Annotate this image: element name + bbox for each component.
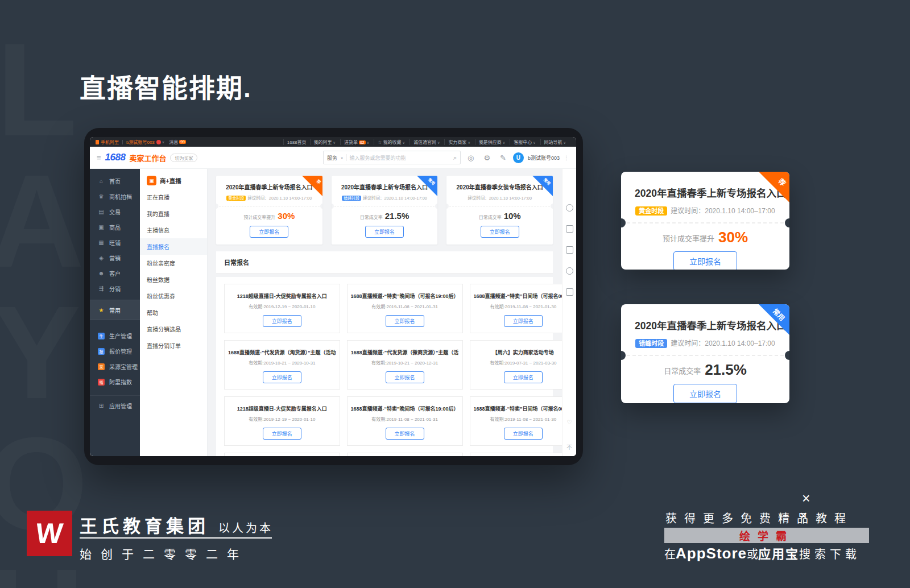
topbar-menu-service-center[interactable]: 客服中心∨: [510, 139, 540, 145]
signup-button[interactable]: 立即报名: [386, 371, 424, 383]
edit-icon[interactable]: ✎: [500, 154, 506, 162]
ribbon-common: 常用: [759, 304, 789, 335]
switch-to-buyer-button[interactable]: 切为买家: [170, 154, 197, 162]
promo-card: 常用 2020年直播春季女装专场报名入口 建议时间：2020.1.10 14:0…: [446, 176, 553, 245]
promo-card: 常用 2020年直播春季上新专场报名入口 错峰时段建议时间：2020.1.10 …: [332, 176, 438, 245]
header-account-name[interactable]: b测试账号003: [528, 154, 560, 162]
sidebar-item-trade[interactable]: ▤交易: [90, 204, 140, 220]
topbar-menu-site-nav[interactable]: 网站导航∨: [540, 139, 570, 145]
submenu-item-my-live[interactable]: 我的直播: [140, 205, 207, 222]
submenu-item-anchor-info[interactable]: 主播信息: [140, 222, 207, 238]
bell-icon[interactable]: [566, 267, 573, 275]
search-box[interactable]: 服务 ∨ 输入服务或您需要的功能 ⌕: [323, 151, 461, 164]
daily-card: 1688直播频道-“特卖”晚间场（可报名19:00后）有效期:2019-11-0…: [347, 396, 463, 446]
submenu-item-distribution-select[interactable]: 直播分销选品: [140, 321, 207, 337]
daily-section-title: 日常报名: [216, 251, 553, 274]
topbar-account[interactable]: b测试账号003: [126, 139, 155, 145]
signup-button[interactable]: 立即报名: [673, 384, 737, 403]
topbar-menu-supplier[interactable]: 我是供应商∨: [475, 139, 510, 145]
signup-button[interactable]: 立即报名: [673, 251, 737, 270]
menu-toggle-icon[interactable]: ≡: [97, 154, 101, 162]
topbar-menu-purchase-list[interactable]: 进货单62∨: [340, 139, 374, 145]
signup-button[interactable]: 立即报名: [263, 371, 301, 383]
appstore-label: AppStore: [676, 545, 747, 562]
sidebar-item-marketing[interactable]: ◈营销: [90, 250, 140, 266]
bookmark-icon[interactable]: [566, 225, 573, 233]
signup-button[interactable]: 立即报名: [504, 371, 543, 383]
sidebar-item-production-mgmt[interactable]: 生生产管理: [90, 328, 140, 343]
signup-button[interactable]: 立即报名: [504, 428, 543, 440]
megaphone-icon[interactable]: [566, 246, 573, 254]
submenu-item-fan-data[interactable]: 粉丝数据: [140, 271, 207, 288]
star-icon: ☆: [378, 140, 382, 145]
sidebar-item-quotation-mgmt[interactable]: 报报价管理: [90, 343, 140, 359]
search-category[interactable]: 服务: [327, 154, 337, 162]
logo-1688[interactable]: 1688: [105, 152, 126, 163]
topbar-phone-link[interactable]: 手机阿里: [101, 139, 119, 145]
submenu-item-live-signup[interactable]: 直播报名: [140, 238, 207, 255]
signup-button[interactable]: 立即报名: [481, 226, 519, 238]
page-title: 直播智能排期.: [80, 67, 252, 105]
sidebar-item-ali-index[interactable]: 指阿里指数: [90, 374, 140, 390]
topbar-menu-strong-merchant[interactable]: 实力商家∨: [444, 139, 474, 145]
ticket-divider: [446, 206, 553, 206]
notification-icon[interactable]: ◎: [468, 154, 474, 162]
message-count-badge: 99: [179, 140, 186, 144]
caiyuanbao-icon: 采: [98, 363, 105, 370]
search-input[interactable]: 输入服务或您需要的功能: [349, 154, 450, 162]
chevron-down-icon: ∨: [503, 141, 505, 144]
document-icon[interactable]: [566, 288, 573, 296]
submenu-item-help[interactable]: 帮助: [140, 304, 207, 321]
daily-card: 1688直播频道-“特卖”日间场（可报名00:11-有效期:2019-11-08…: [470, 284, 562, 333]
sidebar-item-home[interactable]: ⌂首页: [90, 173, 140, 189]
ali-index-icon: 指: [98, 379, 105, 386]
signup-button[interactable]: 立即报名: [386, 315, 424, 327]
submenu-item-fan-coupon[interactable]: 粉丝优惠券: [140, 288, 207, 304]
topbar-menu-chengxintong[interactable]: 诚信通官网∨: [410, 139, 444, 145]
purchase-count-badge: 62: [359, 140, 366, 144]
phone-icon: [96, 140, 99, 144]
avatar[interactable]: U: [513, 152, 524, 163]
site-topbar: 手机阿里 b测试账号003 ∨ 消息 99 1688首页 我的阿里∨ 进货单62…: [90, 137, 576, 147]
signup-button[interactable]: 立即报名: [386, 428, 424, 440]
trade-icon: ▤: [98, 209, 105, 215]
submenu-item-live-now[interactable]: 正在直播: [140, 189, 207, 205]
sidebar-item-partner[interactable]: ♛商机拍档: [90, 189, 140, 204]
metric-value: 30%: [278, 211, 295, 221]
signup-button[interactable]: 立即报名: [504, 315, 543, 327]
info-icon[interactable]: [566, 204, 573, 212]
chevron-down-icon: ∨: [367, 141, 369, 144]
time-slot-tag: 黄金时段: [226, 196, 246, 201]
partner-icon: ♛: [98, 193, 105, 200]
sidebar-item-favorites[interactable]: ★常用: [90, 300, 140, 320]
browser-screen: 手机阿里 b测试账号003 ∨ 消息 99 1688首页 我的阿里∨ 进货单62…: [90, 137, 576, 456]
signup-button[interactable]: 立即报名: [365, 226, 404, 238]
goods-icon: ▣: [98, 224, 105, 230]
topbar-messages[interactable]: 消息: [169, 139, 178, 145]
sidebar-item-distribution[interactable]: ⇶分销: [90, 281, 140, 296]
time-slot-tag: 黄金时段: [635, 206, 667, 216]
daily-card: 1218超级直播日-大促奖励专属报名入口有效期:2019-12-19 ~ 202…: [224, 396, 340, 446]
heart-icon[interactable]: ♡: [567, 420, 572, 425]
signup-button[interactable]: 立即报名: [263, 315, 301, 327]
submenu-item-distribution-orders[interactable]: 直播分销订单: [140, 337, 207, 354]
topbar-menu-my-ali[interactable]: 我的阿里∨: [310, 139, 340, 145]
sidebar-item-goods[interactable]: ▣商品: [90, 220, 140, 235]
gear-icon[interactable]: ⚙: [483, 154, 490, 162]
distribution-icon: ⇶: [98, 285, 105, 292]
more-icon[interactable]: ⋮: [564, 155, 569, 161]
sidebar-item-shop[interactable]: ▦旺铺: [90, 235, 140, 250]
signup-button[interactable]: 立即报名: [263, 428, 301, 440]
topbar-menu-favorites[interactable]: ☆ 我的收藏∨: [374, 139, 410, 145]
sidebar-item-app-mgmt[interactable]: ⊞应用管理: [90, 395, 140, 413]
back-top-icon[interactable]: 不: [566, 445, 572, 450]
ribbon-recommended: 荐: [302, 176, 322, 196]
signup-button[interactable]: 立即报名: [250, 226, 288, 238]
main-content: 荐 2020年直播春季上新专场报名入口 黄金时段建议时间：2020.1.10 1…: [207, 169, 562, 456]
sidebar-item-customer[interactable]: ☻客户: [90, 266, 140, 281]
topbar-menu-home[interactable]: 1688首页: [283, 139, 310, 145]
search-icon[interactable]: ⌕: [453, 154, 457, 162]
close-icon: ×: [800, 508, 807, 524]
sidebar-item-caiyuanbao-mgmt[interactable]: 采采源宝管理: [90, 359, 140, 374]
submenu-item-fan-intimacy[interactable]: 粉丝亲密度: [140, 255, 207, 271]
